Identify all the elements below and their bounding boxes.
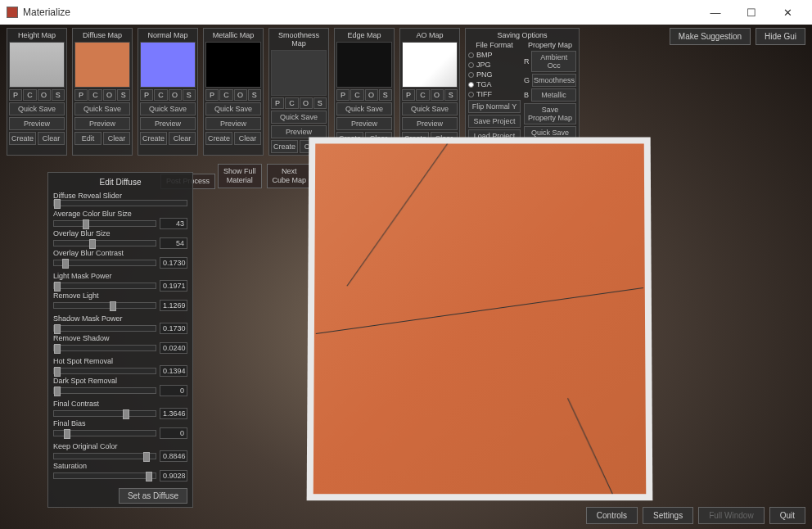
slider-value[interactable]: 1.1269 [160, 300, 187, 311]
slider-value[interactable]: 0.1394 [160, 365, 187, 377]
create-button[interactable]: Create [205, 132, 232, 145]
maximize-button[interactable]: ☐ [733, 1, 769, 24]
preview-button[interactable]: Preview [74, 117, 130, 130]
pcos-s-button[interactable]: S [117, 89, 130, 101]
quick-save-button[interactable]: Quick Save [74, 102, 130, 115]
settings-button[interactable]: Settings [643, 507, 693, 524]
next-cube-map-button[interactable]: NextCube Map [267, 164, 313, 188]
slider-track[interactable] [53, 200, 187, 206]
preview-button[interactable]: Preview [336, 117, 392, 130]
create-button[interactable]: Create [140, 132, 167, 145]
pcos-c-button[interactable]: C [23, 89, 36, 101]
prop-r-row[interactable]: R Ambient Occ [524, 51, 576, 72]
slider-track[interactable] [53, 260, 156, 266]
pcos-p-button[interactable]: P [336, 89, 350, 101]
slider-value[interactable]: 0.1971 [160, 280, 187, 292]
create-button[interactable]: Create [271, 140, 298, 153]
preview-button[interactable]: Preview [402, 117, 458, 130]
pcos-p-button[interactable]: P [140, 89, 153, 101]
clear-button[interactable]: Clear [169, 132, 196, 145]
show-full-material-button[interactable]: Show FullMaterial [218, 164, 262, 188]
save-project-button[interactable]: Save Project [468, 115, 521, 128]
slider-knob[interactable] [54, 387, 61, 396]
slider-track[interactable] [53, 472, 156, 479]
pcos-s-button[interactable]: S [379, 89, 392, 101]
slider-value[interactable]: 1.3646 [160, 408, 187, 419]
pcos-s-button[interactable]: S [314, 97, 327, 109]
preview-button[interactable]: Preview [140, 117, 196, 130]
slider-value[interactable]: 0.0240 [160, 342, 187, 354]
slider-value[interactable]: 54 [160, 237, 187, 249]
hide-gui-button[interactable]: Hide Gui [756, 28, 805, 45]
slider-knob[interactable] [143, 452, 150, 462]
material-preview[interactable] [307, 138, 653, 501]
clear-button[interactable]: Clear [38, 132, 65, 145]
pcos-o-button[interactable]: O [38, 89, 51, 101]
slider-knob[interactable] [110, 301, 116, 311]
format-png-radio[interactable]: PNG [468, 70, 521, 79]
slider-track[interactable] [53, 387, 156, 394]
slider-track[interactable] [53, 453, 156, 459]
pcos-s-button[interactable]: S [248, 89, 261, 101]
format-tiff-radio[interactable]: TIFF [468, 90, 521, 98]
map-thumbnail[interactable] [140, 42, 196, 88]
set-as-diffuse-button[interactable]: Set as Diffuse [119, 488, 187, 504]
close-button[interactable]: ✕ [769, 1, 805, 24]
full-window-button[interactable]: Full Window [698, 507, 764, 524]
slider-track[interactable] [53, 283, 156, 289]
pcos-c-button[interactable]: C [285, 97, 298, 109]
pcos-c-button[interactable]: C [154, 89, 167, 101]
clear-button[interactable]: Clear [103, 132, 130, 145]
quick-save-button[interactable]: Quick Save [205, 102, 261, 115]
make-suggestion-button[interactable]: Make Suggestion [670, 28, 751, 45]
slider-knob[interactable] [54, 199, 61, 209]
slider-value[interactable]: 0 [160, 385, 187, 396]
slider-knob[interactable] [64, 429, 70, 439]
slider-knob[interactable] [54, 344, 61, 354]
pcos-p-button[interactable]: P [205, 89, 219, 101]
pcos-o-button[interactable]: O [169, 89, 182, 101]
pcos-o-button[interactable]: O [300, 97, 313, 109]
pcos-p-button[interactable]: P [271, 97, 284, 109]
slider-track[interactable] [53, 325, 156, 332]
slider-value[interactable]: 43 [160, 218, 187, 229]
pcos-c-button[interactable]: C [416, 89, 429, 101]
format-tga-radio[interactable]: TGA [468, 80, 521, 88]
pcos-o-button[interactable]: O [365, 89, 378, 101]
pcos-p-button[interactable]: P [402, 89, 415, 101]
pcos-o-button[interactable]: O [234, 89, 247, 101]
quick-save-button[interactable]: Quick Save [9, 102, 65, 115]
quick-save-button[interactable]: Quick Save [140, 102, 196, 115]
pcos-o-button[interactable]: O [103, 89, 116, 101]
format-jpg-radio[interactable]: JPG [468, 61, 521, 69]
map-thumbnail[interactable] [271, 50, 327, 96]
pcos-o-button[interactable]: O [431, 89, 444, 101]
pcos-p-button[interactable]: P [9, 89, 22, 101]
edit-button[interactable]: Edit [74, 132, 102, 145]
quick-save-button[interactable]: Quick Save [402, 102, 458, 115]
map-thumbnail[interactable] [74, 42, 130, 88]
slider-knob[interactable] [54, 282, 61, 292]
pcos-p-button[interactable]: P [74, 89, 88, 101]
prop-g-row[interactable]: G Smoothness [524, 74, 576, 87]
slider-knob[interactable] [54, 367, 61, 377]
minimize-button[interactable]: — [697, 1, 733, 24]
flip-normal-y-button[interactable]: Flip Normal Y [468, 100, 521, 113]
quit-button[interactable]: Quit [769, 507, 805, 524]
slider-track[interactable] [53, 302, 156, 309]
pcos-s-button[interactable]: S [183, 89, 196, 101]
prop-b-row[interactable]: B Metallic [524, 88, 576, 102]
map-thumbnail[interactable] [9, 42, 65, 88]
pcos-c-button[interactable]: C [350, 89, 363, 101]
format-bmp-radio[interactable]: BMP [468, 51, 521, 59]
map-thumbnail[interactable] [205, 42, 261, 88]
create-button[interactable]: Create [9, 132, 36, 145]
controls-button[interactable]: Controls [586, 507, 638, 524]
quick-save-button[interactable]: Quick Save [336, 102, 392, 115]
pcos-s-button[interactable]: S [52, 89, 65, 101]
slider-track[interactable] [53, 220, 156, 227]
slider-knob[interactable] [54, 324, 61, 334]
save-property-map-button[interactable]: Save Property Map [524, 103, 576, 124]
slider-value[interactable]: 0 [160, 427, 187, 439]
pcos-s-button[interactable]: S [444, 89, 458, 101]
